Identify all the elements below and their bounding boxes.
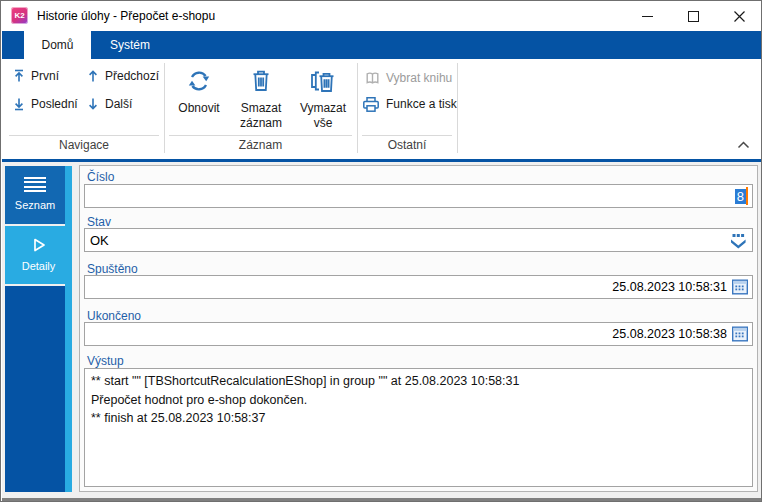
started-value: 25.08.2023 10:58:31 <box>612 280 727 294</box>
previous-label: Předchozí <box>105 69 159 83</box>
last-button[interactable]: Poslední <box>12 93 78 115</box>
arrow-up-icon <box>86 69 100 83</box>
clear-all-label: Vymazat vše <box>300 101 346 131</box>
window-controls <box>624 1 762 31</box>
first-button[interactable]: První <box>12 65 59 87</box>
previous-button[interactable]: Předchozí <box>86 65 159 87</box>
printer-icon <box>361 95 381 113</box>
next-button[interactable]: Další <box>86 93 132 115</box>
text-caret <box>746 187 748 205</box>
minimize-icon <box>642 11 653 22</box>
sidebar-detaily-label: Detaily <box>22 260 56 272</box>
next-label: Další <box>105 97 132 111</box>
started-input[interactable]: 25.08.2023 10:58:31 <box>84 275 753 299</box>
refresh-icon <box>185 67 213 95</box>
arrow-up-bar-icon <box>12 69 26 83</box>
content-area: Seznam Detaily Číslo 8 Stav OK <box>2 162 762 498</box>
first-label: První <box>31 69 59 83</box>
app-logo-icon: K2 <box>11 7 28 24</box>
output-line: ** finish at 25.08.2023 10:58:37 <box>91 409 746 428</box>
sidebar-item-detaily[interactable]: Detaily <box>5 226 72 284</box>
maximize-icon <box>688 11 699 22</box>
calendar-icon[interactable] <box>732 326 748 342</box>
tab-home[interactable]: Domů <box>24 31 91 59</box>
sidebar-seznam-label: Seznam <box>15 199 55 211</box>
chevron-up-icon <box>737 141 750 149</box>
sidebar-item-seznam[interactable]: Seznam <box>5 166 65 224</box>
dropdown-icon[interactable] <box>729 233 747 249</box>
delete-record-label: Smazat záznam <box>240 101 282 131</box>
window-resize-edge[interactable] <box>2 498 762 502</box>
group-separator <box>357 63 358 153</box>
output-textarea[interactable]: ** start "" [TBShortcutRecalculationESho… <box>84 368 753 487</box>
play-icon <box>30 237 48 253</box>
status-field-label: Stav <box>87 215 111 229</box>
finished-input[interactable]: 25.08.2023 10:58:38 <box>84 322 753 346</box>
status-value: OK <box>90 233 109 248</box>
select-book-label: Vybrat knihu <box>386 71 452 85</box>
close-icon <box>734 11 745 22</box>
output-field-label: Výstup <box>87 354 124 368</box>
number-field-label: Číslo <box>87 170 114 184</box>
output-line: Přepočet hodnot pro e-shop dokončen. <box>91 391 746 410</box>
window-title: Historie úlohy - Přepočet e-shopu <box>37 1 215 31</box>
finished-value: 25.08.2023 10:58:38 <box>612 327 727 341</box>
status-input[interactable]: OK <box>84 228 753 252</box>
close-button[interactable] <box>716 1 762 31</box>
clear-all-button[interactable]: Vymazat vše <box>293 61 353 137</box>
tab-system[interactable]: Systém <box>91 31 169 59</box>
finished-field-label: Ukončeno <box>87 309 141 323</box>
number-value-selected: 8 <box>735 189 746 204</box>
last-label: Poslední <box>31 97 78 111</box>
app-window: K2 Historie úlohy - Přepočet e-shopu Dom… <box>0 0 762 502</box>
refresh-label: Obnovit <box>178 101 219 116</box>
calendar-icon[interactable] <box>732 279 748 295</box>
sidebar-active-strip <box>65 166 72 492</box>
output-line: ** start "" [TBShortcutRecalculationESho… <box>91 372 746 391</box>
group-label-navigace: Navigace <box>9 135 159 155</box>
ribbon-collapse-button[interactable] <box>737 141 750 149</box>
trash-icon <box>248 67 274 95</box>
functions-print-label: Funkce a tisk <box>386 97 457 111</box>
group-label-ostatni: Ostatní <box>362 135 452 155</box>
arrow-down-bar-icon <box>12 97 26 111</box>
minimize-button[interactable] <box>624 1 670 31</box>
started-field-label: Spuštěno <box>87 262 138 276</box>
title-bar: K2 Historie úlohy - Přepočet e-shopu <box>2 1 762 31</box>
ribbon: První Předchozí Poslední Další Navigace <box>2 59 762 159</box>
trash-multi-icon <box>307 67 339 95</box>
detail-form-panel: Číslo 8 Stav OK Spuštěno 2 <box>79 165 758 492</box>
ribbon-tab-band: Domů Systém <box>2 31 762 59</box>
delete-record-button[interactable]: Smazat záznam <box>231 61 291 137</box>
sidebar-background <box>5 286 65 492</box>
maximize-button[interactable] <box>670 1 716 31</box>
refresh-button[interactable]: Obnovit <box>168 61 230 137</box>
group-separator <box>457 63 458 153</box>
list-icon <box>24 177 46 192</box>
group-separator <box>164 63 165 153</box>
functions-print-button[interactable]: Funkce a tisk <box>361 93 457 115</box>
group-label-zaznam: Záznam <box>169 135 352 155</box>
select-book-button[interactable]: Vybrat knihu <box>364 67 452 89</box>
number-input[interactable]: 8 <box>84 184 753 208</box>
arrow-down-icon <box>86 97 100 111</box>
book-icon <box>364 71 381 85</box>
